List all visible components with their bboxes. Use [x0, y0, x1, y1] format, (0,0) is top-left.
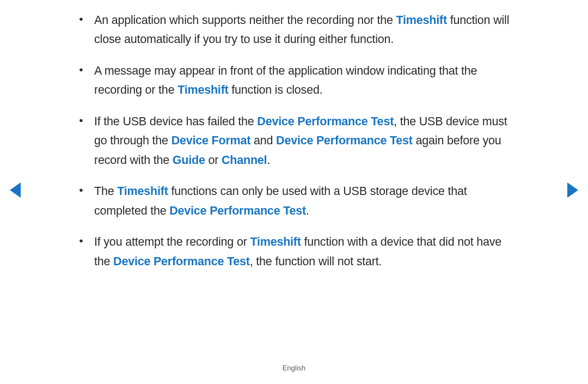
text-run: , the function will not start. [250, 255, 382, 268]
highlight-term: Device Performance Test [276, 134, 413, 147]
text-run: An application which supports neither th… [94, 14, 396, 27]
list-item: If you attempt the recording or Timeshif… [79, 233, 512, 271]
text-run: If the USB device has failed the [94, 115, 257, 128]
bullet-list: An application which supports neither th… [79, 11, 512, 271]
prev-page-arrow-icon[interactable] [10, 182, 21, 198]
list-item: A message may appear in front of the app… [79, 62, 512, 100]
highlight-term: Timeshift [177, 83, 228, 96]
list-item: If the USB device has failed the Device … [79, 112, 512, 170]
next-page-arrow-icon[interactable] [567, 182, 578, 198]
text-run: If you attempt the recording or [94, 235, 250, 248]
highlight-term: Device Performance Test [113, 255, 250, 268]
text-run: The [94, 185, 117, 198]
text-run: . [267, 154, 270, 167]
manual-page: An application which supports neither th… [0, 0, 588, 384]
highlight-term: Device Format [171, 134, 251, 147]
text-run: and [250, 134, 276, 147]
text-run: or [205, 154, 222, 167]
highlight-term: Device Performance Test [169, 204, 306, 217]
highlight-term: Timeshift [396, 14, 447, 27]
highlight-term: Channel [222, 154, 267, 167]
highlight-term: Timeshift [117, 185, 168, 198]
text-run: function is closed. [229, 83, 323, 96]
highlight-term: Device Performance Test [257, 115, 394, 128]
body-text: An application which supports neither th… [79, 11, 512, 283]
text-run: . [306, 204, 309, 217]
footer-language: English [0, 364, 588, 372]
list-item: An application which supports neither th… [79, 11, 512, 50]
highlight-term: Guide [173, 154, 205, 167]
list-item: The Timeshift functions can only be used… [79, 182, 512, 221]
highlight-term: Timeshift [250, 235, 301, 248]
